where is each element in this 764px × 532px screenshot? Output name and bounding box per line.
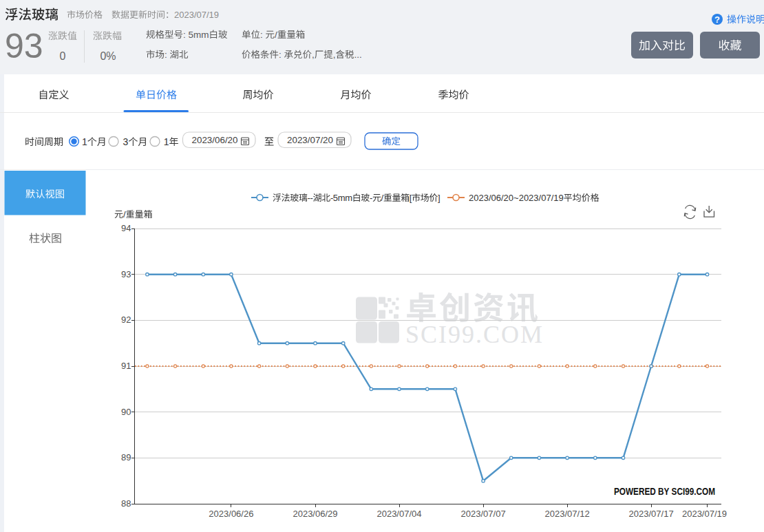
svg-text:...: ... — [354, 50, 362, 60]
svg-text:2023/06/29: 2023/06/29 — [293, 509, 337, 519]
svg-text:0%: 0% — [100, 50, 116, 62]
svg-text:0: 0 — [60, 50, 66, 62]
svg-text:]: ] — [438, 193, 440, 203]
svg-text:2023/07/07: 2023/07/07 — [461, 509, 506, 519]
svg-text:2023/06/26: 2023/06/26 — [209, 509, 253, 519]
svg-text:,: , — [312, 50, 315, 60]
svg-text:-: - — [370, 193, 372, 203]
svg-text:2023/07/19: 2023/07/19 — [174, 10, 219, 20]
svg-text:92: 92 — [121, 315, 131, 325]
svg-text:2023/07/20: 2023/07/20 — [287, 135, 333, 145]
svg-text:1: 1 — [82, 136, 87, 147]
svg-text:93: 93 — [121, 269, 131, 279]
svg-text:2023/07/17: 2023/07/17 — [629, 509, 674, 519]
svg-text:3: 3 — [123, 136, 129, 147]
svg-text::: : — [260, 30, 263, 40]
svg-text:SCI99.COM: SCI99.COM — [405, 321, 544, 348]
svg-text:2023/07/19: 2023/07/19 — [682, 509, 727, 519]
svg-text:2023/07/12: 2023/07/12 — [545, 509, 590, 519]
svg-text:/: / — [123, 209, 126, 220]
svg-text:,: , — [333, 50, 336, 60]
svg-text:2023/06/20~2023/07/19: 2023/06/20~2023/07/19 — [469, 193, 564, 203]
svg-text:2023/07/04: 2023/07/04 — [376, 509, 421, 519]
svg-text:: 5mm: : 5mm — [183, 30, 209, 40]
svg-text::: : — [165, 50, 167, 60]
svg-text:89: 89 — [121, 452, 131, 462]
svg-text:?: ? — [714, 14, 720, 25]
svg-text:1: 1 — [164, 136, 169, 147]
svg-text:90: 90 — [121, 407, 131, 417]
svg-text:93: 93 — [5, 27, 43, 65]
svg-text:94: 94 — [121, 223, 131, 233]
svg-text:--: -- — [308, 193, 313, 203]
svg-text:POWERED BY SCI99.COM: POWERED BY SCI99.COM — [614, 485, 715, 497]
svg-text:88: 88 — [121, 498, 131, 509]
svg-text:/: / — [275, 30, 277, 40]
svg-text:91: 91 — [121, 361, 131, 371]
svg-text:2023/06/20: 2023/06/20 — [192, 135, 238, 145]
svg-text::: : — [279, 50, 282, 60]
svg-text:-5mm: -5mm — [330, 193, 352, 203]
